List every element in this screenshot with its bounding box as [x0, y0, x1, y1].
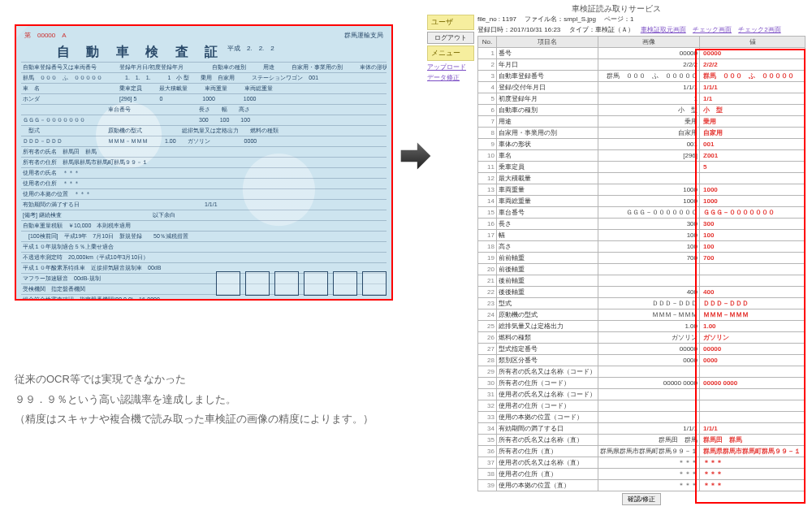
table-row: 26燃料の種類ガソリンガソリン [478, 332, 806, 344]
cell-val[interactable]: 1/1/1 [700, 82, 806, 93]
cell-no: 26 [478, 332, 497, 344]
cell-img: 群馬田 群馬 [598, 435, 700, 446]
confirm-button[interactable]: 確認/修正 [622, 493, 661, 505]
cell-name: 前前軸重 [497, 253, 598, 264]
cell-name: 最大積載量 [497, 173, 598, 184]
cell-name: 後前軸重 [497, 275, 598, 287]
cell-img: 1.00 [598, 321, 700, 332]
cell-no: 15 [478, 207, 497, 219]
check2-screen-link[interactable]: チェック2画面 [738, 26, 780, 33]
cell-img [598, 389, 700, 400]
cell-val[interactable]: 400 [700, 287, 806, 298]
cell-img: 1000 [598, 184, 700, 196]
table-row: 6自動車の種別小 型小 型 [478, 105, 806, 116]
table-row: 12最大積載量 [478, 173, 806, 184]
cell-name: 車体の形状 [497, 139, 598, 150]
table-row: 13車両重量10001000 [478, 184, 806, 196]
cell-val[interactable] [700, 412, 806, 423]
cell-img [598, 162, 700, 173]
cell-val[interactable] [700, 389, 806, 400]
cell-no: 20 [478, 264, 497, 275]
cell-no: 21 [478, 275, 497, 287]
table-row: 36所有者の住所（直）群馬県群馬市群馬町群馬９９－１群馬県群馬市群馬町群馬９９－… [478, 446, 806, 457]
datafix-link[interactable]: データ修正 [427, 73, 474, 82]
cell-val[interactable]: 小 型 [700, 105, 806, 116]
cell-img: ＊＊＊ [598, 480, 700, 491]
cell-name: 後後軸重 [497, 287, 598, 298]
cell-val[interactable]: 群馬 ０００ ふ ０００００ [700, 71, 806, 82]
cell-val[interactable]: 700 [700, 253, 806, 264]
cell-val[interactable]: 00000 [700, 48, 806, 59]
logout-button[interactable]: ログアウト [427, 32, 474, 44]
cell-val[interactable]: ＊＊＊ [700, 457, 806, 469]
cell-name: 型式指定番号 [497, 344, 598, 355]
cell-no: 33 [478, 412, 497, 423]
table-row: 17幅100100 [478, 230, 806, 241]
cell-val[interactable]: 1000 [700, 184, 806, 196]
cell-val[interactable]: 1000 [700, 196, 806, 207]
cell-val[interactable]: 1.00 [700, 321, 806, 332]
cell-val[interactable]: 群馬県群馬市群馬町群馬９９－１ [700, 446, 806, 457]
cell-val[interactable] [700, 400, 806, 412]
cell-val[interactable]: 100 [700, 241, 806, 253]
cell-val[interactable]: 300 [700, 219, 806, 230]
meta-line2: 登録日時：2017/10/31 16:23 タイプ：車検証（Ａ） 車検証取元画面… [477, 25, 806, 34]
cell-no: 28 [478, 355, 497, 366]
cell-val[interactable]: 1/1/1 [700, 423, 806, 435]
cell-no: 18 [478, 241, 497, 253]
cell-img: 700 [598, 253, 700, 264]
cell-val[interactable]: 群馬田 群馬 [700, 435, 806, 446]
table-row: 19前前軸重700700 [478, 253, 806, 264]
cell-val[interactable]: 00000 [700, 344, 806, 355]
cell-img: 1/1/1 [598, 82, 700, 93]
cell-val[interactable]: 100 [700, 230, 806, 241]
col-img: 画像 [598, 37, 700, 48]
cell-val[interactable]: ガソリン [700, 332, 806, 344]
cell-val[interactable]: 1/1 [700, 93, 806, 105]
cell-val[interactable] [700, 173, 806, 184]
cell-val[interactable]: ＤＤＤ－ＤＤＤ [700, 298, 806, 309]
cell-val[interactable]: 乗用 [700, 116, 806, 128]
origin-screen-link[interactable]: 車検証取元画面 [641, 26, 686, 33]
cell-val[interactable]: ＭＭＭ－ＭＭＭ [700, 309, 806, 321]
cell-val[interactable] [700, 275, 806, 287]
app-title: 車検証読み取りサービス [427, 3, 806, 15]
cell-val[interactable]: 自家用 [700, 128, 806, 139]
cell-name: 車両重量 [497, 184, 598, 196]
cell-no: 2 [478, 59, 497, 71]
cell-no: 27 [478, 344, 497, 355]
cell-val[interactable] [700, 366, 806, 378]
cell-no: 16 [478, 219, 497, 230]
upload-link[interactable]: アップロード [427, 63, 474, 71]
cell-name: 使用者の住所（コード） [497, 400, 598, 412]
table-row: 10車名[296]Z001 [478, 150, 806, 162]
caption-l3: （精度はスキャナや複合機で読み取った車検証の画像の精度によります。） [15, 409, 374, 430]
col-name: 項目名 [497, 37, 598, 48]
cell-val[interactable]: Z001 [700, 150, 806, 162]
cell-img: 小 型 [598, 105, 700, 116]
cell-val[interactable]: 001 [700, 139, 806, 150]
cell-val[interactable]: 2/2/2 [700, 59, 806, 71]
cell-img: ＊＊＊ [598, 457, 700, 469]
cell-val[interactable]: 0000 [700, 355, 806, 366]
table-row: 9車体の形状001001 [478, 139, 806, 150]
table-row: 22後後軸重400400 [478, 287, 806, 298]
cell-val[interactable] [700, 264, 806, 275]
cell-img [598, 275, 700, 287]
cell-val[interactable]: 5 [700, 162, 806, 173]
cert-line: 自動車登録番号又は車両番号 登録年月日/初度登録年月 自動車の種別 用途 自家用… [21, 62, 387, 72]
cert-title: 自 動 車 検 査 証 [57, 44, 224, 61]
check-screen-link[interactable]: チェック画面 [693, 26, 732, 33]
cell-name: 乗車定員 [497, 162, 598, 173]
sidebar: ユーザ ログアウト メニュー アップロード データ修正 [427, 15, 474, 523]
cell-name: 使用者の氏名又は名称（コード） [497, 389, 598, 400]
cell-img [598, 366, 700, 378]
cell-val[interactable]: ＧＧＧ－０００００００ [700, 207, 806, 219]
cell-img: 100 [598, 241, 700, 253]
cell-val[interactable]: ＊＊＊ [700, 480, 806, 491]
cell-img: ＊＊＊ [598, 469, 700, 480]
cell-val[interactable]: ＊＊＊ [700, 469, 806, 480]
cell-name: 原動機の型式 [497, 309, 598, 321]
cell-no: 6 [478, 105, 497, 116]
cell-val[interactable]: 00000 0000 [700, 378, 806, 389]
